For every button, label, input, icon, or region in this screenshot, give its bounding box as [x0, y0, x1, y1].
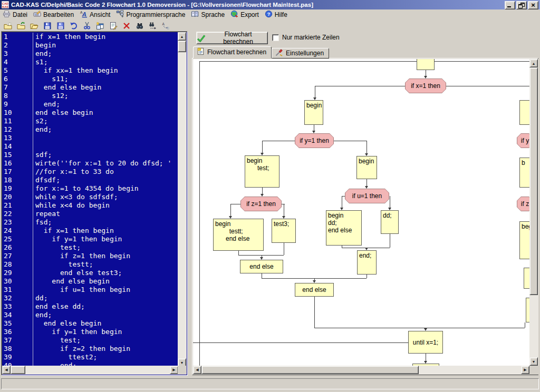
- menu-item-export[interactable]: Export: [229, 9, 263, 20]
- undo-button[interactable]: [69, 21, 78, 30]
- close-button[interactable]: [528, 1, 538, 9]
- flow-connector: [525, 322, 525, 328]
- code-line: 9 end;: [2, 100, 178, 109]
- delete-button[interactable]: [122, 21, 131, 30]
- menu-item-sprache[interactable]: Sprache: [189, 9, 229, 20]
- line-number: 32: [2, 294, 33, 302]
- scroll-left-icon[interactable]: [2, 366, 11, 374]
- close-icon: [531, 2, 535, 9]
- splitter[interactable]: [188, 31, 192, 376]
- flow-node-dd: dd;: [381, 210, 399, 234]
- line-number: 8: [2, 92, 33, 100]
- flow-connector: [199, 61, 200, 366]
- code-editor[interactable]: 1if x=1 then begin2begin3end;4s1;5 if xx…: [1, 31, 188, 376]
- code-line: 14: [2, 142, 178, 151]
- open-button[interactable]: [30, 21, 38, 30]
- flow-node-r-box4: [526, 298, 529, 322]
- code-line: 34end;: [2, 311, 178, 319]
- flow-arrowhead: [261, 194, 264, 197]
- minimize-icon: [507, 6, 511, 7]
- compute-button-label: Flowchart berechnen: [209, 31, 267, 45]
- line-text: dfsdf;: [33, 176, 60, 184]
- svg-text:A: A: [162, 22, 165, 25]
- flow-node-test3: test3;: [272, 219, 296, 243]
- minimize-button[interactable]: [505, 1, 515, 9]
- find-button[interactable]: [135, 21, 144, 30]
- line-text: end else test3;: [33, 269, 122, 277]
- only-marked-lines-checkbox[interactable]: Nur markierte Zeilen: [272, 33, 340, 42]
- editor-vscroll-thumb[interactable]: [178, 41, 186, 52]
- flow-arrowhead: [312, 131, 315, 133]
- code-line: 18dfsdf;: [2, 176, 178, 184]
- new-button[interactable]: [3, 21, 12, 30]
- line-text: s11;: [33, 75, 69, 83]
- code-line: 35 end else begin: [2, 319, 178, 328]
- flow-node-if-u1: if u=1 then: [345, 189, 389, 203]
- menu-item-label: Ansicht: [90, 11, 110, 18]
- line-number: 4: [2, 58, 33, 66]
- flowchart-vertical-scrollbar[interactable]: [529, 59, 538, 366]
- open-import-button[interactable]: [16, 21, 25, 30]
- restore-button[interactable]: [516, 1, 527, 9]
- flow-node-label: if x=1 then: [406, 79, 446, 93]
- line-text: end;: [33, 125, 52, 134]
- paste-new-button[interactable]: [95, 21, 104, 30]
- menu-item-ansicht[interactable]: AAAnsicht: [78, 9, 114, 20]
- flow-connector: [334, 141, 367, 141]
- line-number: 1: [2, 33, 33, 41]
- flowchart-canvas[interactable]: if x=1 thenbeginif y=1 thenbegin test;be…: [193, 59, 529, 366]
- tab-einstellungen[interactable]: Einstellungen: [272, 48, 329, 58]
- scroll-right-icon[interactable]: [521, 366, 529, 374]
- save-as-button[interactable]: [56, 21, 65, 30]
- line-text: if u=1 then begin: [33, 286, 130, 294]
- code-line: 38 if z=2 then begin: [2, 345, 178, 353]
- line-number: 2: [2, 41, 33, 50]
- app-icon[interactable]: CADKAS: [2, 1, 9, 8]
- editor-vertical-scrollbar[interactable]: [178, 32, 187, 367]
- scroll-up-icon[interactable]: [529, 59, 538, 67]
- flowchart-horizontal-scrollbar[interactable]: [193, 366, 529, 375]
- editor-horizontal-scrollbar[interactable]: [2, 366, 178, 375]
- scroll-up-icon[interactable]: [178, 32, 186, 41]
- flowchart-vscroll-thumb[interactable]: [529, 67, 538, 295]
- line-number: 35: [2, 319, 33, 328]
- scroll-down-icon[interactable]: [529, 357, 538, 366]
- line-number: 6: [2, 75, 33, 83]
- line-number: 22: [2, 210, 33, 218]
- checkbox-label: Nur markierte Zeilen: [282, 34, 340, 41]
- code-line: 10end else begin: [2, 109, 178, 117]
- compute-flowchart-button[interactable]: Flowchart berechnen: [196, 32, 268, 44]
- flow-node-end-1: end;: [357, 250, 377, 275]
- menu-item-hilfe[interactable]: ?Hilfe: [263, 9, 292, 20]
- flow-connector: [262, 141, 295, 141]
- menu-item-datei[interactable]: Datei: [1, 9, 32, 20]
- find-next-button[interactable]: [148, 21, 157, 30]
- line-text: while x<3 do sdfsdf;: [33, 193, 118, 201]
- flow-arrowhead: [424, 328, 427, 331]
- menu-item-bearbeiten[interactable]: Bearbeiten: [32, 9, 78, 20]
- flow-connector: [390, 234, 390, 248]
- menu-item-label: Bearbeiten: [43, 11, 74, 18]
- menu-item-programmiersprache[interactable]: Programmiersprache: [114, 9, 189, 20]
- line-number: 11: [2, 117, 33, 125]
- replace-a-b-button[interactable]: AB: [161, 21, 170, 30]
- flow-node-r-if-z: if z: [517, 197, 529, 211]
- flow-connector: [282, 204, 285, 204]
- line-number: 10: [2, 109, 33, 117]
- title-bar[interactable]: CADKAS CAD-KAS C/Delphi/Basic Code 2 Flo…: [0, 0, 540, 9]
- editor-hscroll-thumb[interactable]: [11, 366, 25, 374]
- flow-connector: [199, 61, 529, 62]
- scroll-left-icon[interactable]: [193, 366, 201, 374]
- flowchart-hscroll-thumb[interactable]: [201, 366, 419, 374]
- flow-arrowhead: [260, 257, 263, 260]
- scroll-right-icon[interactable]: [170, 366, 178, 374]
- checkbox-box[interactable]: [272, 34, 279, 41]
- line-text: s12;: [33, 92, 69, 100]
- code-line: 24 if x=1 then begin: [2, 227, 178, 235]
- save-button[interactable]: [43, 21, 52, 30]
- properties-button[interactable]: [109, 21, 118, 30]
- code-area[interactable]: 1if x=1 then begin2begin3end;4s1;5 if xx…: [2, 33, 178, 366]
- book-icon: [191, 10, 199, 19]
- tab-flowchart-berechnen[interactable]: Flowchart berechnen: [193, 46, 272, 58]
- cut-button[interactable]: [82, 21, 91, 30]
